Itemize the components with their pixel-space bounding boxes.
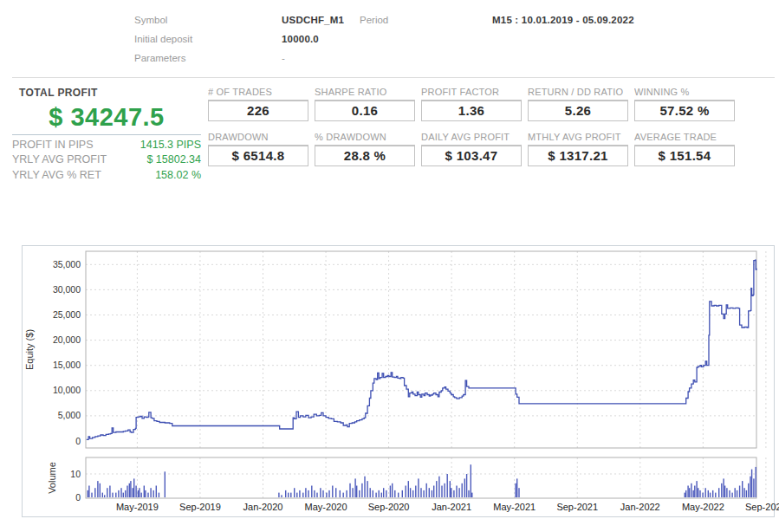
volume-bar xyxy=(156,486,157,498)
volume-bar xyxy=(118,490,119,497)
volume-bar xyxy=(100,483,101,497)
stat: WINNING %57.52 % xyxy=(634,87,735,121)
volume-bar xyxy=(705,488,706,497)
volume-axis-label: Volume xyxy=(47,462,57,494)
volume-bar xyxy=(328,490,329,497)
volume-bar xyxy=(751,470,752,497)
volume-bar xyxy=(723,478,724,497)
volume-bar xyxy=(721,483,722,497)
volume-bar xyxy=(410,488,411,497)
volume-bar xyxy=(97,481,98,497)
volume-bar xyxy=(352,488,353,497)
volume-bar xyxy=(702,493,703,497)
stat-label: # OF TRADES xyxy=(208,87,308,101)
volume-bar xyxy=(444,483,445,497)
volume-bar xyxy=(742,481,743,497)
volume-bar xyxy=(165,471,166,497)
summary-row: YRLY AVG % RET158.02 % xyxy=(12,165,201,181)
x-tick-label: Jan-2021 xyxy=(432,502,471,512)
volume-bar xyxy=(326,493,327,497)
volume-bar xyxy=(373,490,373,497)
header-divider xyxy=(12,77,775,78)
summary-row: PROFIT IN PIPS1415.3 PIPS xyxy=(12,135,201,151)
volume-bar xyxy=(753,478,754,497)
equity-ytick-label: 10,000 xyxy=(53,385,81,395)
equity-ytick-label: 0 xyxy=(75,436,81,446)
volume-bar xyxy=(691,483,691,497)
volume-bar xyxy=(718,488,719,497)
volume-bar xyxy=(447,474,448,497)
equity-ytick-label: 5,000 xyxy=(58,410,81,420)
stat: # OF TRADES226 xyxy=(208,87,308,121)
volume-bar xyxy=(420,488,421,497)
volume-bar xyxy=(756,467,756,497)
volume-bar xyxy=(462,483,463,497)
stat-value: 1.36 xyxy=(421,101,522,121)
total-profit-value: $ 34247.5 xyxy=(12,99,201,135)
chart-frame: 05,00010,00015,00020,00025,00030,00035,0… xyxy=(22,245,775,517)
stat-label: WINNING % xyxy=(634,87,735,101)
volume-bar xyxy=(308,490,308,497)
stat: MTHLY AVG PROFIT$ 1317.21 xyxy=(528,132,628,166)
volume-bar xyxy=(290,493,291,497)
stats-row-1: # OF TRADES226SHARPE RATIO0.16PROFIT FAC… xyxy=(208,87,735,121)
stat-value: $ 151.54 xyxy=(634,146,735,166)
volume-bar xyxy=(322,490,323,497)
stat: AVERAGE TRADE$ 151.54 xyxy=(634,132,735,166)
volume-bar xyxy=(712,490,713,497)
stat-value: $ 6514.8 xyxy=(208,146,308,166)
stat: PROFIT FACTOR1.36 xyxy=(421,87,522,121)
equity-ytick-label: 35,000 xyxy=(53,259,81,269)
volume-bar xyxy=(743,488,744,497)
volume-bar xyxy=(305,488,306,497)
stat-value: $ 1317.21 xyxy=(528,146,628,166)
volume-bar xyxy=(515,483,516,497)
volume-bar xyxy=(343,493,344,497)
x-tick-label: Jan-2022 xyxy=(620,502,660,512)
stat-label: AVERAGE TRADE xyxy=(634,132,735,146)
volume-bar xyxy=(432,490,432,497)
volume-bar xyxy=(429,488,430,497)
volume-bar xyxy=(125,490,126,497)
volume-bar xyxy=(120,488,121,497)
volume-bar xyxy=(364,477,365,497)
summary-row-value: 158.02 % xyxy=(155,169,201,181)
stat-label: DAILY AVG PROFIT xyxy=(421,132,522,146)
volume-bar xyxy=(361,483,362,497)
volume-bar xyxy=(107,488,107,497)
volume-bar xyxy=(746,490,747,497)
backtest-report-page: { "header": { "symbol_label": "Symbol", … xyxy=(0,0,779,532)
volume-bar xyxy=(354,478,355,497)
volume-bar xyxy=(145,490,146,497)
volume-bar xyxy=(450,481,451,497)
stat-label: MTHLY AVG PROFIT xyxy=(528,132,628,146)
volume-bar xyxy=(381,493,382,497)
x-tick-label: Sep-2019 xyxy=(179,502,221,512)
x-tick-label: Sep-2020 xyxy=(368,502,410,512)
volume-bar xyxy=(735,488,736,497)
volume-bar xyxy=(408,481,409,497)
volume-bar xyxy=(710,493,711,497)
symbol-label: Symbol xyxy=(134,15,167,25)
x-tick-label: May-2021 xyxy=(493,502,536,512)
volume-bar xyxy=(739,486,740,498)
volume-bar xyxy=(433,486,434,498)
initial-deposit-value: 10000.0 xyxy=(282,34,319,44)
volume-bar xyxy=(518,488,519,497)
volume-bar xyxy=(696,481,697,497)
volume-bar xyxy=(412,490,413,497)
volume-bar xyxy=(335,488,336,497)
volume-bar xyxy=(685,493,685,497)
volume-bar xyxy=(159,493,159,497)
summary-row: YRLY AVG PROFIT$ 15802.34 xyxy=(12,151,201,166)
volume-bar xyxy=(687,486,688,498)
stat-value: 5.26 xyxy=(528,101,628,121)
total-profit-detail-rows: PROFIT IN PIPS1415.3 PIPSYRLY AVG PROFIT… xyxy=(12,135,201,181)
stat-value: 226 xyxy=(208,101,308,121)
volume-bar xyxy=(699,490,700,497)
volume-bar xyxy=(468,490,469,497)
stat-label: DRAWDOWN xyxy=(208,132,308,146)
volume-bar xyxy=(426,483,427,497)
x-tick-label: Sep-2021 xyxy=(556,502,598,512)
equity-plot-border xyxy=(86,251,756,448)
